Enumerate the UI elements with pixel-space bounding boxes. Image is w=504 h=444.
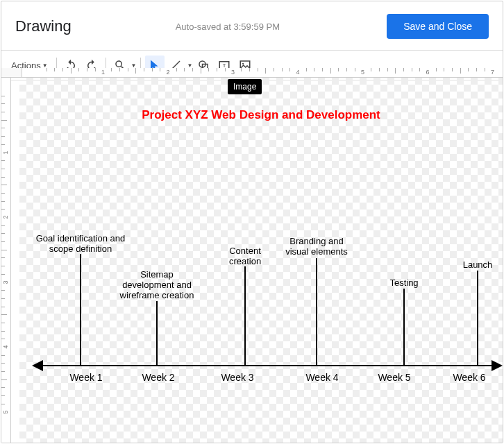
week-label[interactable]: Week 6 <box>453 372 485 383</box>
ruler-number: 4 <box>2 345 9 348</box>
drawing-heading[interactable]: Project XYZ Web Design and Development <box>142 108 380 122</box>
milestone-label: Launch <box>463 259 493 270</box>
week-label[interactable]: Week 2 <box>142 372 174 383</box>
svg-point-5 <box>242 63 244 65</box>
milestone-label: Testing <box>389 278 418 288</box>
drawing-modal: Drawing Auto-saved at 3:59:59 PM Save an… <box>1 1 503 443</box>
ruler-number: 1 <box>2 151 9 154</box>
ruler-number: 2 <box>166 69 169 76</box>
ruler-number: 6 <box>426 69 429 76</box>
milestone-label: Goal identification andscope definition <box>36 233 126 254</box>
image-tooltip: Image <box>228 79 262 94</box>
week-label[interactable]: Week 3 <box>221 372 253 383</box>
milestone-line <box>316 258 317 365</box>
milestone-line <box>477 271 478 365</box>
axis-arrow-right <box>492 360 503 371</box>
milestone-line <box>156 301 158 365</box>
milestone-line <box>80 254 81 365</box>
week-label[interactable]: Week 5 <box>378 372 410 383</box>
timeline-axis[interactable] <box>32 358 503 375</box>
save-and-close-button[interactable]: Save and Close <box>387 14 489 39</box>
vertical-ruler: 12345 <box>1 78 11 443</box>
horizontal-ruler: 1234567 <box>22 68 503 78</box>
ruler-number: 4 <box>296 69 299 76</box>
autosave-status: Auto-saved at 3:59:59 PM <box>176 22 387 32</box>
axis-line <box>37 365 501 366</box>
milestone-line <box>244 266 246 365</box>
milestone-label: Branding andvisual elements <box>285 236 348 257</box>
canvas-wrap: Project XYZ Web Design and Development G… <box>11 78 503 443</box>
milestone-line <box>403 289 405 365</box>
week-label[interactable]: Week 1 <box>69 372 102 383</box>
ruler-number: 1 <box>101 69 105 76</box>
drawing-canvas[interactable]: Project XYZ Web Design and Development G… <box>19 78 503 443</box>
dialog-title: Drawing <box>15 17 72 35</box>
ruler-number: 5 <box>2 410 9 413</box>
week-label[interactable]: Week 4 <box>305 372 338 383</box>
ruler-number: 5 <box>361 69 364 76</box>
milestone-label: Contentcreation <box>229 246 261 266</box>
header: Drawing Auto-saved at 3:59:59 PM Save an… <box>1 1 503 50</box>
milestone-label: Sitemapdevelopment andwireframe creation <box>120 269 194 300</box>
ruler-number: 2 <box>2 215 9 219</box>
ruler-corner <box>1 68 22 78</box>
ruler-number: 3 <box>231 69 235 76</box>
ruler-number: 7 <box>491 69 494 76</box>
ruler-number: 3 <box>2 280 9 284</box>
